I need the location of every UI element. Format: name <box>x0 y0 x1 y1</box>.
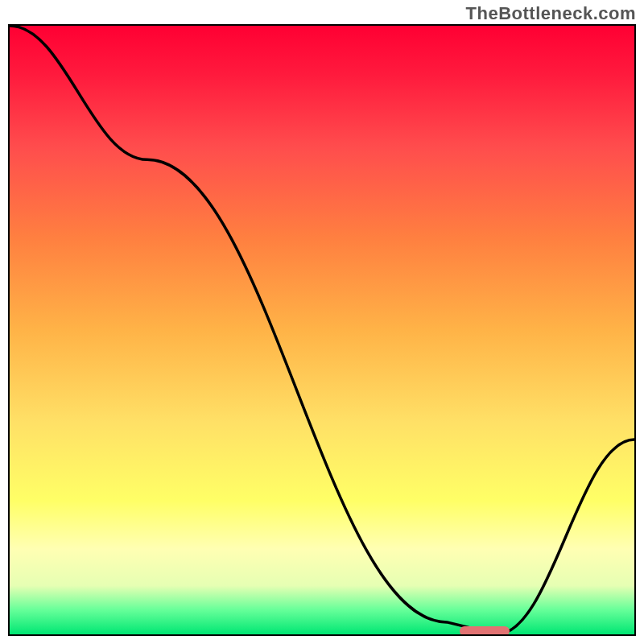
line-curve-svg <box>10 26 634 634</box>
watermark-text: TheBottleneck.com <box>466 3 636 24</box>
plot-area <box>8 24 636 636</box>
chart-container: TheBottleneck.com <box>0 0 644 644</box>
bottleneck-curve-path <box>10 26 634 634</box>
optimal-range-marker <box>460 626 510 636</box>
